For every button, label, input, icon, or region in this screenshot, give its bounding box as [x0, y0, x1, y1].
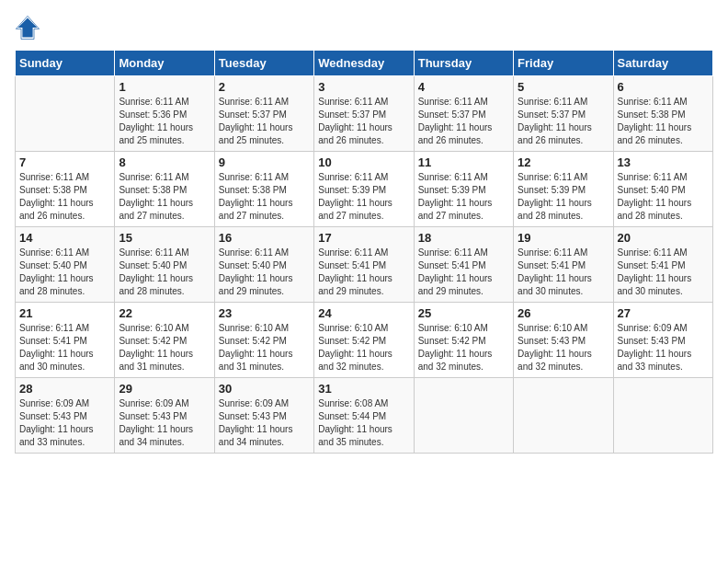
day-of-week-header: Friday	[514, 51, 613, 76]
day-info: Sunrise: 6:11 AM Sunset: 5:37 PM Dayligh…	[318, 96, 409, 147]
day-of-week-header: Wednesday	[314, 51, 414, 76]
calendar-cell: 15Sunrise: 6:11 AM Sunset: 5:40 PM Dayli…	[115, 227, 214, 303]
day-of-week-header: Saturday	[613, 51, 712, 76]
day-info: Sunrise: 6:11 AM Sunset: 5:41 PM Dayligh…	[518, 247, 609, 298]
day-number: 16	[219, 231, 310, 245]
calendar-cell: 21Sunrise: 6:11 AM Sunset: 5:41 PM Dayli…	[16, 303, 115, 378]
day-of-week-header: Thursday	[414, 51, 513, 76]
calendar-cell	[514, 378, 613, 454]
day-info: Sunrise: 6:11 AM Sunset: 5:41 PM Dayligh…	[318, 247, 409, 298]
day-info: Sunrise: 6:11 AM Sunset: 5:37 PM Dayligh…	[219, 96, 310, 147]
day-info: Sunrise: 6:09 AM Sunset: 5:43 PM Dayligh…	[219, 397, 310, 449]
day-number: 24	[318, 306, 409, 320]
calendar-cell: 18Sunrise: 6:11 AM Sunset: 5:41 PM Dayli…	[414, 227, 513, 303]
day-info: Sunrise: 6:11 AM Sunset: 5:40 PM Dayligh…	[119, 247, 210, 298]
calendar-cell: 7Sunrise: 6:11 AM Sunset: 5:38 PM Daylig…	[16, 152, 115, 227]
day-number: 26	[518, 306, 609, 320]
day-info: Sunrise: 6:09 AM Sunset: 5:43 PM Dayligh…	[119, 397, 210, 449]
day-info: Sunrise: 6:09 AM Sunset: 5:43 PM Dayligh…	[618, 322, 709, 373]
day-info: Sunrise: 6:11 AM Sunset: 5:41 PM Dayligh…	[618, 247, 709, 298]
day-info: Sunrise: 6:10 AM Sunset: 5:42 PM Dayligh…	[219, 322, 310, 373]
calendar-cell: 28Sunrise: 6:09 AM Sunset: 5:43 PM Dayli…	[16, 378, 115, 454]
day-info: Sunrise: 6:11 AM Sunset: 5:39 PM Dayligh…	[418, 171, 509, 223]
day-info: Sunrise: 6:11 AM Sunset: 5:37 PM Dayligh…	[418, 96, 509, 147]
page-header	[15, 15, 713, 40]
day-info: Sunrise: 6:11 AM Sunset: 5:41 PM Dayligh…	[418, 247, 509, 298]
day-number: 28	[19, 382, 110, 396]
day-number: 29	[119, 382, 210, 396]
day-info: Sunrise: 6:11 AM Sunset: 5:38 PM Dayligh…	[19, 171, 110, 223]
calendar-cell: 6Sunrise: 6:11 AM Sunset: 5:38 PM Daylig…	[613, 76, 712, 152]
day-number: 3	[318, 80, 409, 94]
day-number: 31	[318, 382, 409, 396]
calendar-cell	[613, 378, 712, 454]
day-of-week-header: Sunday	[16, 51, 115, 76]
calendar-cell: 8Sunrise: 6:11 AM Sunset: 5:38 PM Daylig…	[115, 152, 214, 227]
day-number: 23	[219, 306, 310, 320]
day-info: Sunrise: 6:11 AM Sunset: 5:40 PM Dayligh…	[618, 171, 709, 223]
day-number: 13	[618, 155, 709, 169]
day-number: 14	[19, 231, 110, 245]
calendar-cell: 12Sunrise: 6:11 AM Sunset: 5:39 PM Dayli…	[514, 152, 613, 227]
calendar-cell	[16, 76, 115, 152]
day-number: 21	[19, 306, 110, 320]
day-info: Sunrise: 6:11 AM Sunset: 5:36 PM Dayligh…	[119, 96, 210, 147]
day-info: Sunrise: 6:10 AM Sunset: 5:42 PM Dayligh…	[318, 322, 409, 373]
day-info: Sunrise: 6:08 AM Sunset: 5:44 PM Dayligh…	[318, 397, 409, 449]
calendar-week-row: 7Sunrise: 6:11 AM Sunset: 5:38 PM Daylig…	[16, 152, 713, 227]
day-number: 22	[119, 306, 210, 320]
day-number: 17	[318, 231, 409, 245]
calendar-week-row: 28Sunrise: 6:09 AM Sunset: 5:43 PM Dayli…	[16, 378, 713, 454]
day-number: 8	[119, 155, 210, 169]
day-info: Sunrise: 6:11 AM Sunset: 5:41 PM Dayligh…	[19, 322, 110, 373]
day-number: 12	[518, 155, 609, 169]
calendar-cell: 24Sunrise: 6:10 AM Sunset: 5:42 PM Dayli…	[314, 303, 414, 378]
day-number: 25	[418, 306, 509, 320]
calendar-cell: 13Sunrise: 6:11 AM Sunset: 5:40 PM Dayli…	[613, 152, 712, 227]
day-number: 20	[618, 231, 709, 245]
day-info: Sunrise: 6:11 AM Sunset: 5:38 PM Dayligh…	[618, 96, 709, 147]
day-info: Sunrise: 6:11 AM Sunset: 5:39 PM Dayligh…	[518, 171, 609, 223]
day-info: Sunrise: 6:09 AM Sunset: 5:43 PM Dayligh…	[19, 397, 110, 449]
calendar-cell: 31Sunrise: 6:08 AM Sunset: 5:44 PM Dayli…	[314, 378, 414, 454]
calendar-cell: 16Sunrise: 6:11 AM Sunset: 5:40 PM Dayli…	[214, 227, 313, 303]
day-info: Sunrise: 6:10 AM Sunset: 5:42 PM Dayligh…	[418, 322, 509, 373]
day-number: 15	[119, 231, 210, 245]
calendar-cell: 19Sunrise: 6:11 AM Sunset: 5:41 PM Dayli…	[514, 227, 613, 303]
calendar-cell: 4Sunrise: 6:11 AM Sunset: 5:37 PM Daylig…	[414, 76, 513, 152]
day-info: Sunrise: 6:11 AM Sunset: 5:40 PM Dayligh…	[19, 247, 110, 298]
calendar-week-row: 1Sunrise: 6:11 AM Sunset: 5:36 PM Daylig…	[16, 76, 713, 152]
calendar-cell: 27Sunrise: 6:09 AM Sunset: 5:43 PM Dayli…	[613, 303, 712, 378]
calendar-cell: 3Sunrise: 6:11 AM Sunset: 5:37 PM Daylig…	[314, 76, 414, 152]
day-number: 27	[618, 306, 709, 320]
day-info: Sunrise: 6:11 AM Sunset: 5:40 PM Dayligh…	[219, 247, 310, 298]
calendar-table: SundayMondayTuesdayWednesdayThursdayFrid…	[15, 50, 713, 454]
calendar-cell: 17Sunrise: 6:11 AM Sunset: 5:41 PM Dayli…	[314, 227, 414, 303]
day-number: 2	[219, 80, 310, 94]
day-number: 19	[518, 231, 609, 245]
calendar-header-row: SundayMondayTuesdayWednesdayThursdayFrid…	[16, 51, 713, 76]
day-number: 5	[518, 80, 609, 94]
day-number: 4	[418, 80, 509, 94]
calendar-cell: 25Sunrise: 6:10 AM Sunset: 5:42 PM Dayli…	[414, 303, 513, 378]
calendar-cell: 29Sunrise: 6:09 AM Sunset: 5:43 PM Dayli…	[115, 378, 214, 454]
day-info: Sunrise: 6:11 AM Sunset: 5:37 PM Dayligh…	[518, 96, 609, 147]
day-number: 1	[119, 80, 210, 94]
calendar-cell: 23Sunrise: 6:10 AM Sunset: 5:42 PM Dayli…	[214, 303, 313, 378]
calendar-cell: 9Sunrise: 6:11 AM Sunset: 5:38 PM Daylig…	[214, 152, 313, 227]
calendar-cell: 26Sunrise: 6:10 AM Sunset: 5:43 PM Dayli…	[514, 303, 613, 378]
day-of-week-header: Monday	[115, 51, 214, 76]
calendar-cell	[414, 378, 513, 454]
day-number: 7	[19, 155, 110, 169]
calendar-cell: 5Sunrise: 6:11 AM Sunset: 5:37 PM Daylig…	[514, 76, 613, 152]
calendar-cell: 22Sunrise: 6:10 AM Sunset: 5:42 PM Dayli…	[115, 303, 214, 378]
day-number: 10	[318, 155, 409, 169]
calendar-cell: 11Sunrise: 6:11 AM Sunset: 5:39 PM Dayli…	[414, 152, 513, 227]
day-number: 18	[418, 231, 509, 245]
calendar-cell: 30Sunrise: 6:09 AM Sunset: 5:43 PM Dayli…	[214, 378, 313, 454]
day-info: Sunrise: 6:11 AM Sunset: 5:38 PM Dayligh…	[219, 171, 310, 223]
day-number: 9	[219, 155, 310, 169]
calendar-cell: 1Sunrise: 6:11 AM Sunset: 5:36 PM Daylig…	[115, 76, 214, 152]
calendar-week-row: 21Sunrise: 6:11 AM Sunset: 5:41 PM Dayli…	[16, 303, 713, 378]
logo	[15, 15, 44, 40]
